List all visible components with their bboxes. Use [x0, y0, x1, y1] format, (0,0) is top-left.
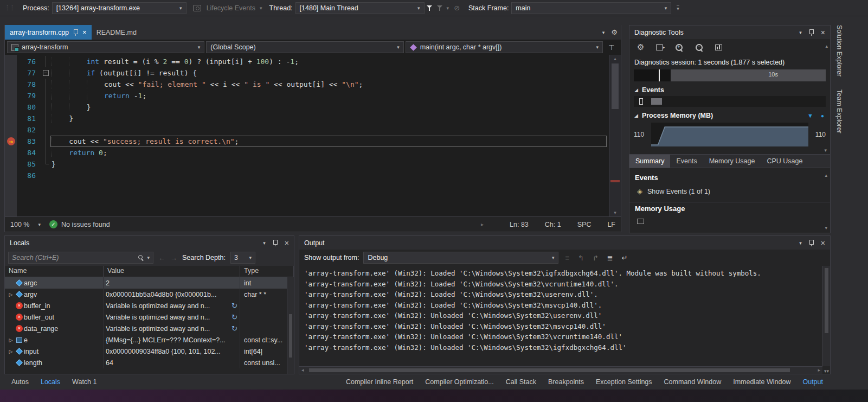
process-dropdown[interactable]: [13264] array-transform.exe ▾ [52, 2, 187, 14]
previous-result-icon[interactable]: ← [158, 254, 165, 262]
column-header-type[interactable]: Type [240, 266, 294, 277]
panel-tab-compiler-optimizatio[interactable]: Compiler Optimizatio... [419, 375, 499, 388]
fold-margin[interactable] [41, 170, 50, 181]
panel-tab-locals[interactable]: Locals [35, 375, 66, 388]
scrollbar-thumb[interactable] [825, 268, 828, 333]
locals-row-argv[interactable]: ▷argv0x000001bb5a04d8b0 {0x000001b...cha… [5, 289, 294, 300]
code-line-77[interactable]: 77− if (output[i] != result) { [5, 67, 621, 79]
fold-margin[interactable] [41, 56, 50, 67]
code-line-text[interactable] [50, 124, 607, 136]
stack-frame-dropdown[interactable]: main ▾ [511, 2, 671, 14]
scroll-right-icon[interactable]: ▸ [818, 367, 820, 373]
diag-tab-summary[interactable]: Summary [629, 155, 670, 168]
locals-title[interactable]: Locals ▾ × [5, 236, 294, 250]
timeline-caret[interactable] [659, 69, 660, 81]
code-line-text[interactable]: } [50, 101, 607, 113]
output-source-dropdown[interactable]: Debug ▾ [363, 252, 558, 264]
output-title[interactable]: Output ▾ × [299, 236, 830, 250]
editor-tab-readme-md[interactable]: README.md [92, 25, 142, 40]
code-line-text[interactable]: cout << "fail; element " << i << " is " … [50, 79, 607, 90]
diag-tab-cpu-usage[interactable]: CPU Usage [761, 155, 808, 168]
locals-row-e[interactable]: ▷e{MMsg={...} MCLErr=??? MContext=?...co… [5, 334, 294, 346]
refresh-icon[interactable]: ↻ [232, 313, 237, 321]
fold-margin[interactable] [41, 124, 50, 136]
next-message-icon[interactable]: ↱ [593, 254, 599, 262]
eol-indicator[interactable]: LF [607, 221, 615, 228]
filter-flagged-icon[interactable] [437, 5, 443, 11]
fold-collapse-icon[interactable]: − [43, 70, 49, 76]
refresh-icon[interactable]: ↻ [232, 324, 237, 333]
export-icon[interactable] [656, 44, 663, 50]
pin-icon[interactable] [808, 29, 814, 36]
scroll-down-icon[interactable]: ▾ [629, 148, 830, 154]
code-line-83[interactable]: →83 cout << "success; result is correct.… [5, 136, 621, 147]
scroll-down-icon[interactable]: ▾ [825, 225, 827, 231]
search-depth-dropdown[interactable]: 3 ▾ [230, 252, 255, 264]
breakpoint-margin[interactable] [5, 79, 17, 90]
panel-tab-call-stack[interactable]: Call Stack [500, 375, 542, 388]
zoom-in-icon[interactable]: + [675, 43, 683, 52]
breakpoint-margin[interactable] [5, 101, 17, 113]
code-line-80[interactable]: 80 } [5, 101, 621, 113]
expand-icon[interactable]: ▷ [7, 349, 15, 354]
event-marker-icon[interactable] [651, 98, 662, 105]
editor-tab-array-transform-cpp[interactable]: array-transform.cpp× [5, 25, 92, 40]
locals-row-buffer-in[interactable]: ×buffer_inVariable is optimized away and… [5, 300, 294, 311]
scroll-down-icon[interactable]: ▾ [609, 210, 621, 215]
toolbar-grip[interactable]: ⋮⋮ [4, 4, 14, 11]
split-editor-icon[interactable]: ⊤ [605, 43, 619, 52]
window-menu-icon[interactable]: ▾ [263, 240, 266, 246]
clear-all-icon[interactable]: ≣ [607, 254, 613, 262]
close-icon[interactable]: × [82, 29, 87, 36]
output-horizontal-scrollbar[interactable]: ◂ ▸ [299, 366, 822, 374]
function-dropdown[interactable]: main(int argc, char * argv[]) ▾ [406, 41, 603, 53]
diag-tab-events[interactable]: Events [670, 155, 703, 168]
breakpoint-margin[interactable] [5, 67, 17, 79]
code-line-text[interactable]: return 0; [50, 147, 607, 158]
code-line-79[interactable]: 79 return -1; [5, 90, 621, 101]
filter-threads-icon[interactable] [427, 5, 433, 11]
previous-message-icon[interactable]: ↰ [578, 254, 584, 262]
output-vertical-scrollbar[interactable] [822, 266, 830, 366]
scope-dropdown[interactable]: (Global Scope) ▾ [206, 41, 403, 53]
show-events-link[interactable]: Show Events (1 of 1) [647, 188, 710, 195]
active-files-dropdown-icon[interactable]: ▾ [602, 30, 605, 35]
thread-dropdown[interactable]: [1480] Main Thread ▾ [295, 2, 425, 14]
code-line-text[interactable] [50, 170, 607, 181]
panel-tab-output[interactable]: Output [796, 375, 829, 388]
settings-gear-icon[interactable]: ⚙ [637, 42, 644, 52]
output-text-area[interactable]: 'array-transform.exe' (Win32): Loaded 'C… [299, 266, 830, 374]
close-icon[interactable]: × [821, 29, 825, 36]
fold-margin[interactable] [41, 136, 50, 147]
code-line-text[interactable]: } [50, 113, 607, 124]
project-dropdown[interactable]: array-transform ▾ [7, 41, 204, 53]
diag-tab-memory-usage[interactable]: Memory Usage [703, 155, 761, 168]
events-section-header[interactable]: ◢ Events [629, 84, 830, 96]
side-tab-solution-explorer[interactable]: Solution Explorer [834, 23, 844, 79]
search-input[interactable] [12, 254, 136, 261]
panel-tab-command-window[interactable]: Command Window [658, 375, 728, 388]
expand-icon[interactable]: ▷ [7, 337, 15, 343]
scroll-left-icon[interactable]: ◂ [301, 367, 304, 373]
fold-margin[interactable] [41, 147, 50, 158]
scroll-right-icon[interactable]: ▸ [481, 221, 484, 227]
process-memory-section-header[interactable]: ◢ Process Memory (MB) ▼ ● [629, 110, 830, 122]
breakpoint-margin[interactable] [5, 170, 17, 181]
scrollbar-thumb[interactable] [309, 368, 790, 372]
next-result-icon[interactable]: → [170, 254, 177, 262]
diagnostics-timeline[interactable]: 10s [634, 69, 826, 81]
fold-margin[interactable] [41, 101, 50, 113]
spaces-indicator[interactable]: SPC [577, 221, 591, 228]
code-line-text[interactable]: int result = (i % 2 == 0) ? (input[i] + … [50, 56, 607, 67]
pin-icon[interactable] [73, 29, 79, 36]
breakpoint-margin[interactable] [5, 158, 17, 170]
gear-icon[interactable]: ⚙ [611, 28, 618, 36]
breakpoint-margin[interactable] [5, 90, 17, 101]
event-marker-icon[interactable] [639, 98, 643, 105]
window-menu-icon[interactable]: ▾ [799, 240, 802, 246]
refresh-icon[interactable]: ↻ [232, 302, 237, 310]
search-icon[interactable] [138, 255, 144, 261]
fold-margin[interactable] [41, 113, 50, 124]
panel-tab-watch-1[interactable]: Watch 1 [66, 375, 102, 388]
locals-row-data-range[interactable]: ×data_rangeVariable is optimized away an… [5, 323, 294, 334]
